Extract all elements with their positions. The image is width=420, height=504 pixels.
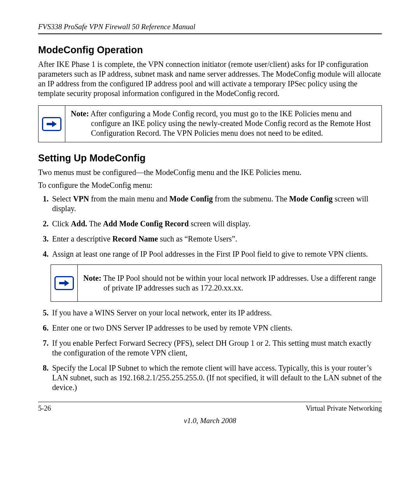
heading-modeconfig-operation: ModeConfig Operation	[38, 44, 382, 56]
arrow-right-icon	[54, 276, 74, 290]
steps-list-part2: If you have a WINS Server on your local …	[38, 308, 382, 392]
step-7: If you enable Perfect Forward Secrecy (P…	[51, 338, 382, 358]
footer-chapter: Virtual Private Networking	[306, 404, 382, 413]
footer-page-number: 5-26	[38, 404, 51, 413]
note-label: Note:	[83, 274, 102, 282]
svg-marker-1	[59, 280, 69, 286]
note-text-1: Note: After configuring a Mode Config re…	[65, 106, 382, 142]
paragraph-setup-intro2: To configure the ModeConfig menu:	[38, 180, 382, 190]
step-4: Assign at least one range of IP Pool add…	[51, 249, 382, 259]
step-6: Enter one or two DNS Server IP addresses…	[51, 323, 382, 333]
paragraph-modeconfig-operation: After IKE Phase 1 is complete, the VPN c…	[38, 60, 382, 98]
document-page: FVS338 ProSafe VPN Firewall 50 Reference…	[0, 0, 420, 504]
note-icon-cell	[38, 106, 65, 142]
steps-list-part1: Select VPN from the main menu and Mode C…	[38, 194, 382, 259]
svg-marker-0	[47, 121, 57, 127]
note-body: After configuring a Mode Config record, …	[91, 109, 371, 137]
note-box-2: Note: The IP Pool should not be within y…	[51, 264, 382, 302]
note-body: The IP Pool should not be within your lo…	[103, 274, 376, 292]
note-icon-cell	[51, 265, 78, 301]
step-1: Select VPN from the main menu and Mode C…	[51, 194, 382, 214]
note-label: Note:	[71, 109, 89, 118]
step-5: If you have a WINS Server on your local …	[51, 308, 382, 318]
heading-setting-up-modeconfig: Setting Up ModeConfig	[38, 152, 382, 164]
running-header: FVS338 ProSafe VPN Firewall 50 Reference…	[38, 23, 382, 34]
footer-version: v1.0, March 2008	[38, 416, 382, 425]
step-2: Click Add. The Add Mode Config Record sc…	[51, 219, 382, 229]
footer: 5-26 Virtual Private Networking	[38, 402, 382, 413]
note-text-2: Note: The IP Pool should not be within y…	[78, 265, 382, 301]
step-8: Specify the Local IP Subnet to which the…	[51, 363, 382, 392]
arrow-right-icon	[42, 117, 61, 131]
step-3: Enter a descriptive Record Name such as …	[51, 234, 382, 244]
paragraph-setup-intro1: Two menus must be configured—the ModeCon…	[38, 168, 382, 177]
note-box-1: Note: After configuring a Mode Config re…	[38, 105, 382, 142]
